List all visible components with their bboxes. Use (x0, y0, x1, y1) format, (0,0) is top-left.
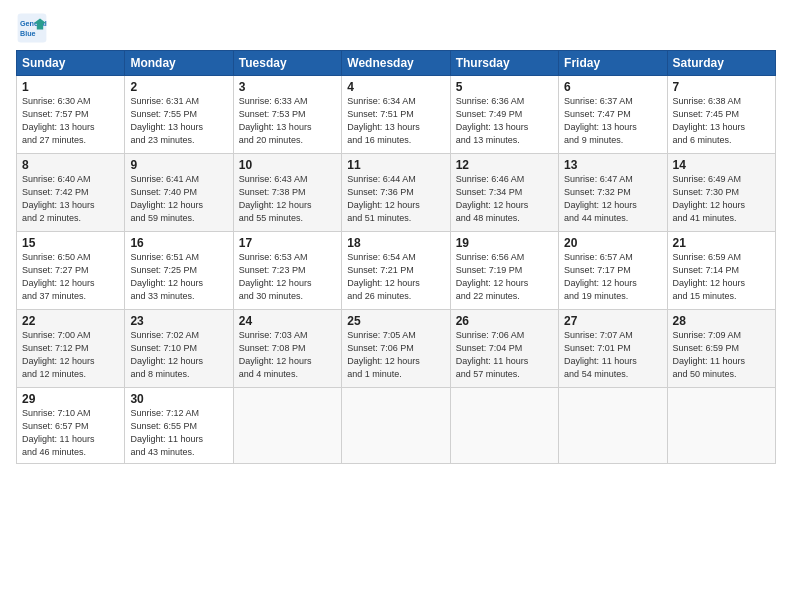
day-info: Sunrise: 6:30 AM Sunset: 7:57 PM Dayligh… (22, 95, 119, 147)
day-info: Sunrise: 6:34 AM Sunset: 7:51 PM Dayligh… (347, 95, 444, 147)
calendar-cell: 7Sunrise: 6:38 AM Sunset: 7:45 PM Daylig… (667, 76, 775, 154)
day-number: 13 (564, 158, 661, 172)
day-info: Sunrise: 6:56 AM Sunset: 7:19 PM Dayligh… (456, 251, 553, 303)
day-number: 9 (130, 158, 227, 172)
day-number: 28 (673, 314, 770, 328)
header-thursday: Thursday (450, 51, 558, 76)
calendar-cell (342, 388, 450, 464)
day-info: Sunrise: 7:03 AM Sunset: 7:08 PM Dayligh… (239, 329, 336, 381)
calendar-cell: 21Sunrise: 6:59 AM Sunset: 7:14 PM Dayli… (667, 232, 775, 310)
calendar-cell: 8Sunrise: 6:40 AM Sunset: 7:42 PM Daylig… (17, 154, 125, 232)
calendar-cell: 30Sunrise: 7:12 AM Sunset: 6:55 PM Dayli… (125, 388, 233, 464)
day-info: Sunrise: 6:47 AM Sunset: 7:32 PM Dayligh… (564, 173, 661, 225)
day-number: 25 (347, 314, 444, 328)
day-info: Sunrise: 6:36 AM Sunset: 7:49 PM Dayligh… (456, 95, 553, 147)
day-info: Sunrise: 7:02 AM Sunset: 7:10 PM Dayligh… (130, 329, 227, 381)
calendar-cell: 17Sunrise: 6:53 AM Sunset: 7:23 PM Dayli… (233, 232, 341, 310)
calendar-cell: 12Sunrise: 6:46 AM Sunset: 7:34 PM Dayli… (450, 154, 558, 232)
calendar-cell: 11Sunrise: 6:44 AM Sunset: 7:36 PM Dayli… (342, 154, 450, 232)
day-number: 15 (22, 236, 119, 250)
calendar-cell: 19Sunrise: 6:56 AM Sunset: 7:19 PM Dayli… (450, 232, 558, 310)
calendar-cell: 23Sunrise: 7:02 AM Sunset: 7:10 PM Dayli… (125, 310, 233, 388)
day-number: 12 (456, 158, 553, 172)
day-number: 11 (347, 158, 444, 172)
day-info: Sunrise: 6:37 AM Sunset: 7:47 PM Dayligh… (564, 95, 661, 147)
day-info: Sunrise: 6:50 AM Sunset: 7:27 PM Dayligh… (22, 251, 119, 303)
day-number: 18 (347, 236, 444, 250)
day-number: 26 (456, 314, 553, 328)
header: General Blue (16, 12, 776, 44)
calendar-cell: 26Sunrise: 7:06 AM Sunset: 7:04 PM Dayli… (450, 310, 558, 388)
calendar-cell: 16Sunrise: 6:51 AM Sunset: 7:25 PM Dayli… (125, 232, 233, 310)
day-number: 6 (564, 80, 661, 94)
day-info: Sunrise: 7:09 AM Sunset: 6:59 PM Dayligh… (673, 329, 770, 381)
calendar-table: Sunday Monday Tuesday Wednesday Thursday… (16, 50, 776, 464)
day-number: 7 (673, 80, 770, 94)
day-number: 19 (456, 236, 553, 250)
day-info: Sunrise: 6:44 AM Sunset: 7:36 PM Dayligh… (347, 173, 444, 225)
logo-icon: General Blue (16, 12, 48, 44)
day-info: Sunrise: 7:05 AM Sunset: 7:06 PM Dayligh… (347, 329, 444, 381)
day-number: 17 (239, 236, 336, 250)
svg-text:Blue: Blue (20, 29, 36, 38)
day-number: 14 (673, 158, 770, 172)
calendar-cell: 29Sunrise: 7:10 AM Sunset: 6:57 PM Dayli… (17, 388, 125, 464)
calendar-cell: 27Sunrise: 7:07 AM Sunset: 7:01 PM Dayli… (559, 310, 667, 388)
day-number: 16 (130, 236, 227, 250)
day-number: 10 (239, 158, 336, 172)
calendar-cell: 24Sunrise: 7:03 AM Sunset: 7:08 PM Dayli… (233, 310, 341, 388)
header-wednesday: Wednesday (342, 51, 450, 76)
calendar-cell: 10Sunrise: 6:43 AM Sunset: 7:38 PM Dayli… (233, 154, 341, 232)
day-info: Sunrise: 7:10 AM Sunset: 6:57 PM Dayligh… (22, 407, 119, 459)
day-number: 22 (22, 314, 119, 328)
day-number: 21 (673, 236, 770, 250)
page: General Blue Sunday Monday Tuesday Wedne… (0, 0, 792, 612)
logo: General Blue (16, 12, 52, 44)
calendar-cell: 13Sunrise: 6:47 AM Sunset: 7:32 PM Dayli… (559, 154, 667, 232)
day-info: Sunrise: 6:43 AM Sunset: 7:38 PM Dayligh… (239, 173, 336, 225)
calendar-cell: 25Sunrise: 7:05 AM Sunset: 7:06 PM Dayli… (342, 310, 450, 388)
day-info: Sunrise: 6:40 AM Sunset: 7:42 PM Dayligh… (22, 173, 119, 225)
day-info: Sunrise: 6:46 AM Sunset: 7:34 PM Dayligh… (456, 173, 553, 225)
header-sunday: Sunday (17, 51, 125, 76)
day-number: 24 (239, 314, 336, 328)
day-number: 27 (564, 314, 661, 328)
calendar-cell (559, 388, 667, 464)
day-info: Sunrise: 7:06 AM Sunset: 7:04 PM Dayligh… (456, 329, 553, 381)
day-info: Sunrise: 6:38 AM Sunset: 7:45 PM Dayligh… (673, 95, 770, 147)
calendar-cell: 22Sunrise: 7:00 AM Sunset: 7:12 PM Dayli… (17, 310, 125, 388)
calendar-cell (667, 388, 775, 464)
day-number: 30 (130, 392, 227, 406)
day-info: Sunrise: 6:41 AM Sunset: 7:40 PM Dayligh… (130, 173, 227, 225)
day-info: Sunrise: 6:57 AM Sunset: 7:17 PM Dayligh… (564, 251, 661, 303)
calendar-cell: 5Sunrise: 6:36 AM Sunset: 7:49 PM Daylig… (450, 76, 558, 154)
calendar-cell: 28Sunrise: 7:09 AM Sunset: 6:59 PM Dayli… (667, 310, 775, 388)
calendar-cell: 6Sunrise: 6:37 AM Sunset: 7:47 PM Daylig… (559, 76, 667, 154)
day-info: Sunrise: 6:54 AM Sunset: 7:21 PM Dayligh… (347, 251, 444, 303)
day-number: 8 (22, 158, 119, 172)
day-info: Sunrise: 6:59 AM Sunset: 7:14 PM Dayligh… (673, 251, 770, 303)
calendar-cell: 18Sunrise: 6:54 AM Sunset: 7:21 PM Dayli… (342, 232, 450, 310)
calendar-cell: 3Sunrise: 6:33 AM Sunset: 7:53 PM Daylig… (233, 76, 341, 154)
calendar-cell: 4Sunrise: 6:34 AM Sunset: 7:51 PM Daylig… (342, 76, 450, 154)
day-number: 5 (456, 80, 553, 94)
calendar-cell: 1Sunrise: 6:30 AM Sunset: 7:57 PM Daylig… (17, 76, 125, 154)
header-friday: Friday (559, 51, 667, 76)
calendar-cell: 2Sunrise: 6:31 AM Sunset: 7:55 PM Daylig… (125, 76, 233, 154)
day-number: 2 (130, 80, 227, 94)
day-info: Sunrise: 6:53 AM Sunset: 7:23 PM Dayligh… (239, 251, 336, 303)
day-info: Sunrise: 6:33 AM Sunset: 7:53 PM Dayligh… (239, 95, 336, 147)
day-info: Sunrise: 7:07 AM Sunset: 7:01 PM Dayligh… (564, 329, 661, 381)
day-number: 20 (564, 236, 661, 250)
day-info: Sunrise: 6:51 AM Sunset: 7:25 PM Dayligh… (130, 251, 227, 303)
day-number: 4 (347, 80, 444, 94)
day-number: 3 (239, 80, 336, 94)
calendar-cell: 20Sunrise: 6:57 AM Sunset: 7:17 PM Dayli… (559, 232, 667, 310)
header-saturday: Saturday (667, 51, 775, 76)
day-number: 1 (22, 80, 119, 94)
day-info: Sunrise: 6:31 AM Sunset: 7:55 PM Dayligh… (130, 95, 227, 147)
calendar-cell (450, 388, 558, 464)
day-info: Sunrise: 6:49 AM Sunset: 7:30 PM Dayligh… (673, 173, 770, 225)
day-info: Sunrise: 7:12 AM Sunset: 6:55 PM Dayligh… (130, 407, 227, 459)
day-number: 29 (22, 392, 119, 406)
